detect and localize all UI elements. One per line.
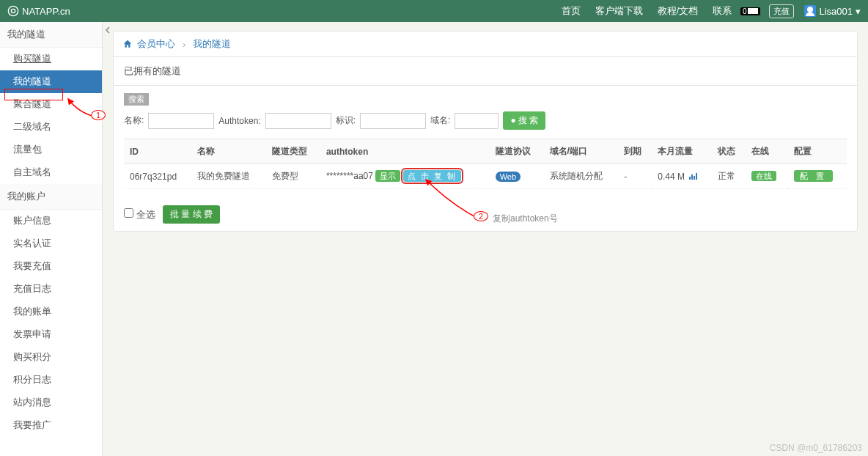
show-token-button[interactable]: 显示 bbox=[375, 170, 400, 182]
search-button[interactable]: ● 搜 索 bbox=[503, 111, 545, 130]
th-expire: 到期 bbox=[618, 139, 652, 164]
cell-online: 在线 bbox=[746, 164, 788, 189]
user-icon bbox=[804, 5, 816, 17]
cell-domain: 系统随机分配 bbox=[544, 164, 619, 189]
th-proto: 隧道协议 bbox=[490, 139, 544, 164]
search-box: 搜索 名称: Authtoken: 标识: 域名: ● 搜 索 bbox=[114, 86, 857, 139]
tunnels-table: ID 名称 隧道类型 authtoken 隧道协议 域名/端口 到期 本月流量 … bbox=[124, 139, 847, 189]
sidebar-item-self-domain[interactable]: 自主域名 bbox=[0, 161, 102, 184]
sidebar-item-recharge-log[interactable]: 充值日志 bbox=[0, 278, 102, 301]
th-online: 在线 bbox=[746, 139, 788, 164]
nav-home[interactable]: 首页 bbox=[556, 5, 586, 16]
batch-renew-button[interactable]: 批 量 续 费 bbox=[163, 205, 220, 224]
sidebar-item-recharge[interactable]: 我要充值 bbox=[0, 255, 102, 278]
user-menu[interactable]: Lisa001 ▾ bbox=[804, 5, 861, 17]
svg-rect-5 bbox=[696, 173, 697, 180]
table-row: 06r7q321pd 我的免费隧道 免费型 ********aa07 显示 点 … bbox=[124, 164, 847, 189]
logo-icon bbox=[7, 5, 19, 17]
sidebar-section-tunnels: 我的隧道 bbox=[0, 22, 102, 48]
svg-rect-2 bbox=[689, 177, 691, 180]
cell-type: 免费型 bbox=[266, 164, 320, 189]
nav-download[interactable]: 客户端下载 bbox=[589, 5, 649, 16]
breadcrumb: 会员中心 我的隧道 bbox=[114, 32, 857, 57]
cell-token: ********aa07 显示 点 击 复 制 bbox=[320, 164, 490, 189]
chevron-left-icon bbox=[104, 26, 111, 34]
label-authtoken: Authtoken: bbox=[218, 116, 260, 126]
cell-config: 配 置 bbox=[788, 164, 847, 189]
svg-rect-3 bbox=[691, 174, 693, 180]
th-config: 配置 bbox=[788, 139, 847, 164]
cell-proto: Web bbox=[490, 164, 544, 189]
username: Lisa001 bbox=[819, 6, 853, 17]
input-domain[interactable] bbox=[455, 113, 499, 129]
sidebar-item-buy-points[interactable]: 购买积分 bbox=[0, 346, 102, 369]
recharge-button[interactable]: 充值 bbox=[769, 4, 794, 18]
protocol-badge: Web bbox=[496, 172, 521, 182]
config-button[interactable]: 配 置 bbox=[794, 170, 833, 182]
sidebar-collapse-handle[interactable] bbox=[103, 22, 113, 456]
th-domain: 域名/端口 bbox=[544, 139, 619, 164]
token-text: ********aa07 bbox=[326, 171, 373, 181]
th-status: 状态 bbox=[712, 139, 746, 164]
input-mark[interactable] bbox=[360, 113, 426, 129]
th-token: authtoken bbox=[320, 139, 490, 164]
th-name: 名称 bbox=[191, 139, 266, 164]
cell-status: 正常 bbox=[712, 164, 746, 189]
main-content: 会员中心 我的隧道 已拥有的隧道 搜索 名称: Authtoken: 标识: 域… bbox=[113, 22, 868, 456]
th-type: 隧道类型 bbox=[266, 139, 320, 164]
svg-rect-4 bbox=[694, 176, 695, 180]
select-all-checkbox[interactable] bbox=[124, 208, 133, 218]
top-nav: 首页 客户端下载 教程/文档 联系 bbox=[556, 4, 738, 18]
sidebar-item-traffic[interactable]: 流量包 bbox=[0, 139, 102, 161]
input-name[interactable] bbox=[148, 113, 214, 129]
annotation-number-2: 2 bbox=[474, 211, 488, 221]
sidebar: 我的隧道 购买隧道 我的隧道 聚合隧道 二级域名 流量包 自主域名 我的账户 账… bbox=[0, 22, 103, 456]
cell-name: 我的免费隧道 bbox=[191, 164, 266, 189]
sidebar-item-profile[interactable]: 账户信息 bbox=[0, 210, 102, 232]
sidebar-section-account: 我的账户 bbox=[0, 184, 102, 210]
topbar: NATAPP.cn 首页 客户端下载 教程/文档 联系 0 充值 Lisa001… bbox=[0, 0, 868, 22]
envelope-icon bbox=[748, 8, 758, 14]
sidebar-item-aggregate[interactable]: 聚合隧道 bbox=[0, 93, 102, 116]
annotation-number-1: 1 bbox=[91, 110, 106, 120]
nav-docs[interactable]: 教程/文档 bbox=[652, 5, 705, 16]
home-icon[interactable] bbox=[122, 39, 133, 49]
sidebar-item-subdomain[interactable]: 二级域名 bbox=[0, 116, 102, 139]
cell-id: 06r7q321pd bbox=[124, 164, 191, 189]
cell-expire: - bbox=[618, 164, 652, 189]
watermark: CSDN @m0_61786203 bbox=[770, 443, 862, 453]
label-mark: 标识: bbox=[336, 114, 356, 127]
sidebar-item-verify[interactable]: 实名认证 bbox=[0, 232, 102, 255]
brand[interactable]: NATAPP.cn bbox=[7, 5, 70, 17]
search-head: 搜索 bbox=[124, 93, 149, 106]
panel: 会员中心 我的隧道 已拥有的隧道 搜索 名称: Authtoken: 标识: 域… bbox=[113, 31, 858, 232]
svg-point-0 bbox=[8, 6, 18, 15]
panel-title: 已拥有的隧道 bbox=[114, 57, 857, 86]
label-domain: 域名: bbox=[430, 114, 450, 127]
sidebar-item-my-tunnel[interactable]: 我的隧道 bbox=[0, 70, 102, 93]
breadcrumb-sep bbox=[180, 39, 188, 50]
breadcrumb-my-tunnel[interactable]: 我的隧道 bbox=[193, 37, 231, 51]
msg-badge[interactable]: 0 bbox=[740, 7, 761, 15]
annotation-text-2: 复制authtoken号 bbox=[493, 213, 558, 225]
copy-token-button[interactable]: 点 击 复 制 bbox=[403, 170, 461, 182]
label-name: 名称: bbox=[124, 114, 144, 127]
select-all-label[interactable]: 全选 bbox=[124, 208, 155, 221]
chart-icon[interactable] bbox=[687, 172, 698, 182]
caret-down-icon: ▾ bbox=[856, 6, 861, 17]
th-flow: 本月流量 bbox=[652, 139, 712, 164]
sidebar-item-points-log[interactable]: 积分日志 bbox=[0, 369, 102, 391]
th-id: ID bbox=[124, 139, 191, 164]
svg-point-1 bbox=[11, 9, 15, 12]
sidebar-item-messages[interactable]: 站内消息 bbox=[0, 391, 102, 414]
breadcrumb-member-center[interactable]: 会员中心 bbox=[137, 37, 175, 51]
brand-text: NATAPP.cn bbox=[22, 6, 70, 17]
nav-contact[interactable]: 联系 bbox=[707, 5, 738, 16]
sidebar-item-bills[interactable]: 我的账单 bbox=[0, 301, 102, 323]
sidebar-item-buy-tunnel[interactable]: 购买隧道 bbox=[0, 48, 102, 70]
online-badge: 在线 bbox=[751, 171, 776, 181]
cell-flow: 0.44 M bbox=[652, 164, 712, 189]
input-authtoken[interactable] bbox=[265, 113, 331, 129]
sidebar-item-promote[interactable]: 我要推广 bbox=[0, 414, 102, 437]
sidebar-item-invoice[interactable]: 发票申请 bbox=[0, 323, 102, 346]
